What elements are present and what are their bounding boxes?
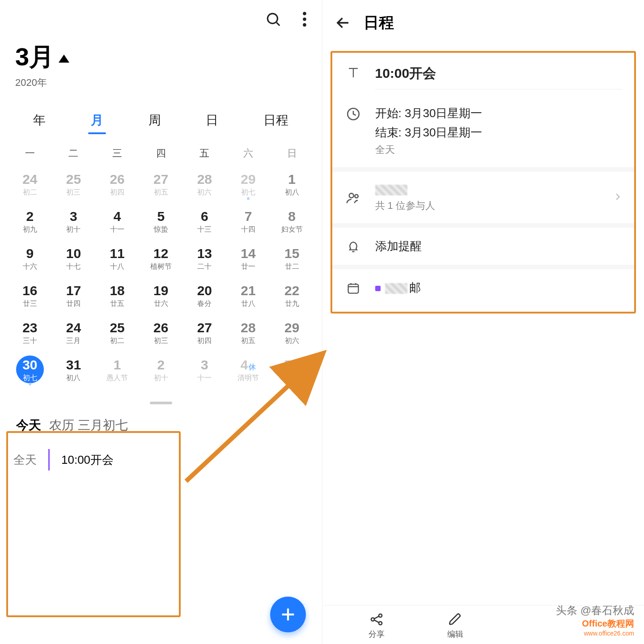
weekday-header: 四 (139, 142, 183, 167)
event-detail-title: 10:00开会 (375, 64, 623, 89)
calendar-day[interactable]: 16廿三 (8, 279, 52, 316)
agenda-event[interactable]: 全天 10:00开会 (13, 449, 309, 470)
calendar-day[interactable]: 22廿九 (270, 279, 314, 316)
calendar-day[interactable]: 5惊蛰 (139, 204, 183, 242)
calendar-day[interactable]: 6十三 (183, 204, 227, 242)
allday-value: 全天 (375, 143, 623, 157)
calendar-day[interactable]: 14廿一 (226, 242, 270, 279)
drag-handle[interactable] (150, 402, 172, 404)
view-tabs: 年 月 周 日 日程 (11, 110, 311, 134)
calendar-day[interactable]: 15廿二 (270, 242, 314, 279)
event-detail-pane: 日程 10:00开会 开始: 3月30日星期一 结束: 3月30日星期一 全天 (322, 0, 644, 644)
svg-point-19 (379, 614, 382, 617)
event-title: 10:00开会 (61, 452, 114, 468)
calendar-day[interactable]: 27初四 (183, 316, 227, 353)
tab-day[interactable]: 日 (202, 110, 222, 134)
weekday-header: 六 (226, 142, 270, 167)
start-value: 3月30日星期一 (405, 106, 482, 120)
account-name-redacted (385, 283, 407, 294)
calendar-account-row[interactable]: 邮 (332, 272, 635, 304)
svg-rect-14 (348, 284, 358, 293)
calendar-day[interactable]: 30初七 (8, 353, 52, 390)
calendar-day[interactable]: 26初四 (95, 167, 139, 204)
calendar-day[interactable]: 8妇女节 (270, 204, 314, 242)
bell-icon (344, 239, 363, 254)
calendar-day[interactable]: 17廿四 (52, 279, 96, 316)
weekday-header: 五 (183, 142, 227, 167)
weekday-header: 一 (8, 142, 52, 167)
tab-year[interactable]: 年 (30, 110, 49, 134)
calendar-day[interactable]: 23三十 (8, 316, 52, 353)
more-icon[interactable] (302, 11, 307, 28)
calendar-day[interactable]: 7十四 (226, 204, 270, 242)
svg-line-1 (276, 22, 280, 25)
calendar-day[interactable]: 10十七 (52, 242, 96, 279)
svg-point-4 (303, 23, 306, 27)
month-picker[interactable]: 3月 (15, 40, 307, 74)
chevron-right-icon (613, 192, 623, 203)
calendar-day[interactable]: 12植树节 (139, 242, 183, 279)
participants-count: 共 1 位参与人 (375, 199, 601, 212)
calendar-day[interactable]: 3十一 (183, 353, 227, 390)
event-time-block[interactable]: 开始: 3月30日星期一 结束: 3月30日星期一 全天 (375, 106, 623, 157)
calendar-day[interactable]: 25初二 (95, 316, 139, 353)
today-lunar: 农历 三月初七 (49, 417, 128, 434)
calendar-day[interactable]: 2初十 (139, 353, 183, 390)
calendar-day[interactable]: 18廿五 (95, 279, 139, 316)
watermark: 头条 @春石秋成 Office教程网 www.office26.com (556, 603, 634, 637)
calendar-day[interactable]: 28初五 (226, 316, 270, 353)
share-button[interactable]: 分享 (369, 612, 385, 640)
svg-point-11 (349, 193, 353, 198)
tab-agenda[interactable]: 日程 (260, 110, 292, 134)
calendar-day[interactable]: 1初八 (270, 167, 314, 204)
account-suffix: 邮 (409, 281, 421, 294)
calendar-day[interactable]: 21廿八 (226, 279, 270, 316)
calendar-day[interactable]: 25初三 (52, 167, 96, 204)
calendar-day[interactable]: 4十一 (95, 204, 139, 242)
event-color-bar (48, 449, 50, 470)
calendar-day[interactable]: 1愚人节 (95, 353, 139, 390)
back-icon[interactable] (335, 15, 351, 31)
tab-month[interactable]: 月 (87, 110, 107, 134)
calendar-day[interactable]: 28初六 (183, 167, 227, 204)
add-reminder-link[interactable]: 添加提醒 (375, 238, 623, 254)
add-reminder-row[interactable]: 添加提醒 (332, 230, 635, 262)
tab-week[interactable]: 周 (145, 110, 165, 134)
allday-label: 全天 (13, 452, 37, 468)
title-icon (344, 64, 363, 80)
svg-line-22 (374, 620, 379, 623)
participant-name-redacted (375, 185, 407, 195)
calendar-day[interactable]: 27初五 (139, 167, 183, 204)
start-label: 开始: (375, 106, 402, 120)
search-icon[interactable] (265, 11, 282, 28)
calendar-icon (344, 280, 363, 296)
calendar-color-dot (375, 286, 381, 291)
calendar-day[interactable]: 5休十三 (270, 353, 314, 390)
calendar-day[interactable]: 24初二 (8, 167, 52, 204)
calendar-day[interactable]: 2初九 (8, 204, 52, 242)
agenda-panel: 今天 农历 三月初七 全天 10:00开会 (0, 417, 322, 484)
dropdown-up-icon (59, 55, 69, 63)
weekday-header: 三 (95, 142, 139, 167)
calendar-day[interactable]: 13二十 (183, 242, 227, 279)
calendar-day[interactable]: 4休清明节 (226, 353, 270, 390)
calendar-day[interactable]: 31初八 (52, 353, 96, 390)
people-icon (344, 190, 363, 206)
calendar-day[interactable]: 29初七 (226, 167, 270, 204)
end-label: 结束: (375, 126, 402, 139)
add-event-fab[interactable] (270, 597, 306, 632)
calendar-day[interactable]: 26初三 (139, 316, 183, 353)
calendar-day[interactable]: 24三月 (52, 316, 96, 353)
calendar-day[interactable]: 20春分 (183, 279, 227, 316)
calendar-pane: 3月 2020年 年 月 周 日 日程 一二三四五六日 24初二25初三26初四… (0, 0, 322, 644)
svg-point-2 (303, 12, 306, 16)
calendar-day[interactable]: 29初六 (270, 316, 314, 353)
calendar-day[interactable]: 3初十 (52, 204, 96, 242)
calendar-day[interactable]: 19廿六 (139, 279, 183, 316)
calendar-day[interactable]: 11十八 (95, 242, 139, 279)
today-label: 今天 (16, 417, 41, 434)
calendar-day[interactable]: 9十六 (8, 242, 52, 279)
participants-row[interactable]: 共 1 位参与人 (332, 174, 635, 220)
edit-button[interactable]: 编辑 (447, 612, 463, 640)
detail-header: 日程 (364, 13, 394, 33)
